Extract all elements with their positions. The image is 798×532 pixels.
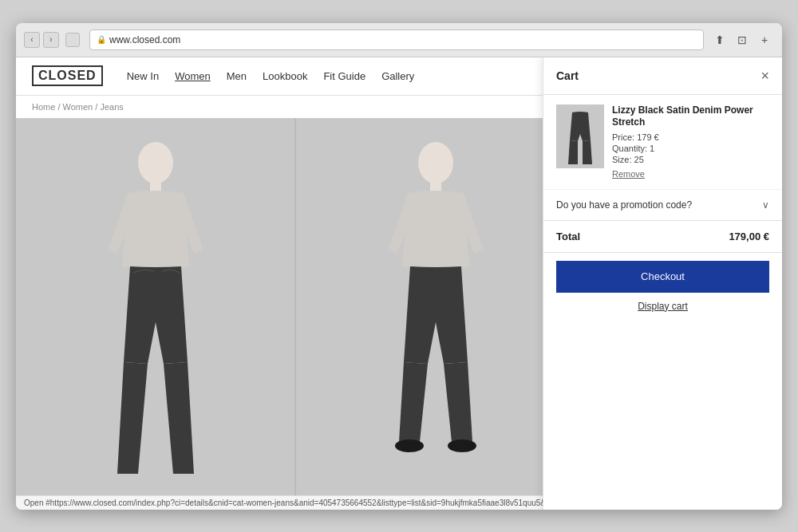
- browser-window: ‹ › 🔒 www.closed.com ⬆ ⊡ + CLOSED New In…: [16, 23, 782, 510]
- forward-button[interactable]: ›: [43, 32, 59, 48]
- cart-item-details: Lizzy Black Satin Denim Power Stretch Pr…: [612, 118, 769, 179]
- cart-item-name: Lizzy Black Satin Denim Power Stretch: [612, 118, 769, 129]
- product-image-front: [16, 118, 294, 495]
- product-area: Lizzy Black Satin Denim Power Stretch 17…: [16, 118, 782, 495]
- nav-new-in[interactable]: New In: [127, 70, 159, 82]
- svg-point-4: [395, 439, 424, 452]
- cart-total: Total 179,00 €: [543, 221, 782, 253]
- browser-toolbar: ‹ › 🔒 www.closed.com ⬆ ⊡ +: [16, 23, 782, 57]
- nav-lookbook[interactable]: Lookbook: [263, 70, 307, 82]
- browser-nav-buttons: ‹ ›: [24, 32, 59, 48]
- new-tab-button[interactable]: +: [755, 30, 774, 49]
- breadcrumb-women[interactable]: Women: [63, 102, 93, 112]
- share-button[interactable]: ⬆: [710, 30, 729, 49]
- browser-actions: ⬆ ⊡ +: [710, 30, 774, 49]
- cart-item-size: Size: 25: [612, 155, 769, 164]
- product-image-back: [294, 118, 575, 495]
- svg-point-5: [448, 439, 476, 452]
- nav-women[interactable]: Women: [175, 70, 211, 82]
- chevron-down-icon: ∨: [762, 199, 769, 211]
- cart-promo-section[interactable]: Do you have a promotion code? ∨: [543, 190, 782, 221]
- browser-tab-icon: [65, 33, 80, 47]
- cart-overlay: Cart × Lizzy Black Satin Denim Power Str…: [543, 118, 782, 495]
- cart-total-label: Total: [556, 231, 580, 242]
- page-content: CLOSED New In Women Men Lookbook Fit Gui…: [16, 57, 782, 510]
- breadcrumb-home[interactable]: Home: [32, 102, 55, 112]
- lock-icon: 🔒: [97, 35, 106, 44]
- nav-men[interactable]: Men: [227, 70, 247, 82]
- bookmark-button[interactable]: ⊡: [733, 30, 752, 49]
- cart-total-value: 179,00 €: [729, 231, 769, 242]
- svg-point-2: [418, 142, 453, 183]
- back-button[interactable]: ‹: [24, 32, 40, 48]
- display-cart-link[interactable]: Display cart: [543, 298, 782, 315]
- breadcrumb-current: Jeans: [100, 102, 123, 112]
- nav-fit-guide[interactable]: Fit Guide: [323, 70, 365, 82]
- cart-item-quantity: Quantity: 1: [612, 144, 769, 153]
- product-images: [16, 118, 575, 495]
- site-logo[interactable]: CLOSED: [32, 65, 103, 86]
- url-text: www.closed.com: [109, 34, 180, 45]
- cart-item-thumb-svg: [560, 118, 600, 164]
- nav-gallery[interactable]: Gallery: [381, 70, 414, 82]
- model-back-svg: [364, 139, 508, 474]
- cart-promo-text: Do you have a promotion code?: [556, 199, 692, 211]
- svg-point-0: [138, 142, 173, 183]
- cart-item-price: Price: 179 €: [612, 132, 769, 142]
- cart-item-thumbnail: [556, 118, 604, 168]
- checkout-button[interactable]: Checkout: [556, 261, 769, 293]
- nav-links: New In Women Men Lookbook Fit Guide Gall…: [127, 70, 415, 82]
- address-bar[interactable]: 🔒 www.closed.com: [89, 30, 704, 50]
- model-front-svg: [84, 139, 227, 474]
- cart-item-remove-button[interactable]: Remove: [612, 169, 645, 179]
- cart-item: Lizzy Black Satin Denim Power Stretch Pr…: [543, 118, 782, 190]
